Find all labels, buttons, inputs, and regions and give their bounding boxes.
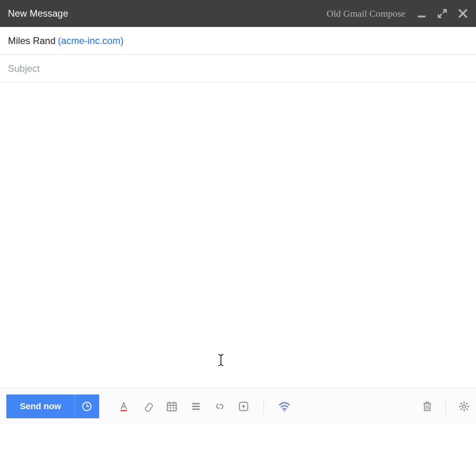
wifi-icon[interactable] xyxy=(278,400,291,413)
close-icon[interactable] xyxy=(458,8,468,19)
calendar-icon[interactable] xyxy=(166,400,178,412)
compose-header: New Message Old Gmail Compose xyxy=(0,0,476,27)
insert-plus-icon[interactable] xyxy=(238,401,249,412)
text-cursor-icon xyxy=(217,354,225,368)
send-later-button[interactable] xyxy=(75,395,99,418)
recipient-name: Miles Rand xyxy=(8,35,56,46)
subject-input[interactable] xyxy=(8,63,468,74)
svg-point-16 xyxy=(284,410,285,411)
subject-row xyxy=(0,55,476,82)
send-button-group: Send now xyxy=(6,395,99,418)
minimize-icon[interactable] xyxy=(416,8,427,19)
svg-rect-0 xyxy=(418,15,426,17)
recipient-field[interactable]: Miles Rand (acme-inc.com) xyxy=(0,27,476,55)
compose-body[interactable] xyxy=(0,82,476,388)
send-now-button[interactable]: Send now xyxy=(6,395,75,418)
old-compose-link[interactable]: Old Gmail Compose xyxy=(326,8,405,19)
recipient-domain: (acme-inc.com) xyxy=(58,35,123,46)
list-icon[interactable] xyxy=(190,401,202,412)
window-controls xyxy=(416,8,468,19)
svg-rect-2 xyxy=(121,410,127,411)
formatting-tools xyxy=(118,398,291,414)
attachment-icon[interactable] xyxy=(142,401,153,412)
link-icon[interactable] xyxy=(214,401,225,412)
text-format-icon[interactable] xyxy=(118,401,129,412)
trash-icon[interactable] xyxy=(422,401,433,412)
compose-title: New Message xyxy=(8,8,326,19)
toolbar-divider-right xyxy=(445,398,446,414)
settings-gear-icon[interactable] xyxy=(459,401,470,412)
compose-toolbar: Send now xyxy=(0,388,476,424)
toolbar-divider xyxy=(263,398,264,414)
svg-point-17 xyxy=(463,405,465,408)
expand-icon[interactable] xyxy=(437,8,447,19)
svg-rect-3 xyxy=(167,403,177,411)
toolbar-right xyxy=(422,398,470,414)
